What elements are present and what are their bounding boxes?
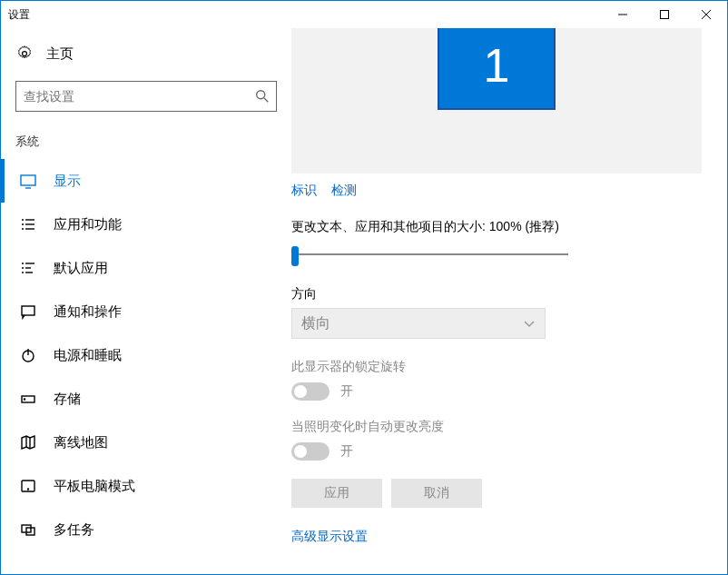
list-icon — [19, 215, 37, 233]
sidebar-item-label: 应用和功能 — [54, 216, 122, 233]
minimize-button[interactable] — [602, 1, 644, 28]
sidebar-item-multitask[interactable]: 多任务 — [1, 508, 291, 551]
svg-rect-7 — [21, 175, 35, 185]
search-box[interactable] — [15, 81, 277, 112]
home-label: 主页 — [46, 45, 74, 63]
sidebar-item-label: 默认应用 — [54, 260, 108, 277]
sidebar-item-label: 离线地图 — [54, 434, 108, 451]
main-content: 1 标识 检测 更改文本、应用和其他项目的大小: 100% (推荐) 方向 横向… — [291, 28, 727, 574]
defaults-icon — [19, 259, 37, 277]
cancel-button[interactable]: 取消 — [391, 479, 482, 508]
sidebar-item-maps[interactable]: 离线地图 — [1, 421, 291, 464]
sidebar-nav: 显示 应用和功能 默认应用 通知和操作 电源和睡眠 存储 — [1, 159, 291, 551]
slider-track — [291, 253, 568, 255]
storage-icon — [19, 390, 37, 408]
sidebar-item-label: 多任务 — [54, 521, 94, 539]
monitor-preview-area: 1 — [291, 28, 702, 173]
home-button[interactable]: 主页 — [1, 37, 291, 75]
lock-rotation-toggle[interactable] — [291, 382, 330, 401]
orientation-value: 横向 — [301, 314, 330, 333]
svg-point-29 — [28, 489, 29, 490]
chat-icon — [19, 302, 37, 321]
lock-rotation-state: 开 — [340, 383, 353, 400]
svg-point-4 — [23, 52, 27, 56]
sidebar-item-storage[interactable]: 存储 — [1, 377, 291, 421]
window-controls — [602, 1, 727, 28]
orientation-dropdown[interactable]: 横向 — [291, 308, 546, 339]
monitor-1[interactable]: 1 — [438, 28, 556, 110]
multitask-icon — [19, 520, 37, 539]
svg-point-25 — [24, 399, 25, 400]
window-title: 设置 — [8, 7, 30, 23]
chevron-down-icon — [523, 317, 536, 330]
search-input[interactable] — [24, 89, 254, 104]
sidebar-item-label: 电源和睡眠 — [54, 347, 122, 364]
sidebar-item-label: 显示 — [54, 173, 81, 190]
sidebar-item-label: 通知和操作 — [54, 303, 122, 321]
tablet-icon — [19, 477, 37, 495]
auto-brightness-state: 开 — [340, 443, 353, 460]
detect-link[interactable]: 检测 — [331, 183, 357, 199]
map-icon — [19, 433, 37, 451]
auto-brightness-label: 当照明变化时自动更改亮度 — [291, 419, 702, 435]
maximize-button[interactable] — [644, 1, 685, 28]
lock-rotation-label: 此显示器的锁定旋转 — [291, 359, 702, 375]
titlebar: 设置 — [1, 1, 727, 28]
monitor-number: 1 — [484, 38, 510, 93]
orientation-title: 方向 — [291, 286, 702, 302]
auto-brightness-toggle[interactable] — [291, 442, 330, 461]
search-icon — [254, 88, 271, 104]
scale-slider[interactable] — [291, 244, 568, 266]
svg-rect-21 — [22, 306, 34, 315]
advanced-link[interactable]: 高级显示设置 — [291, 529, 368, 543]
identify-link[interactable]: 标识 — [291, 183, 317, 199]
close-button[interactable] — [685, 1, 727, 28]
sidebar-item-display[interactable]: 显示 — [1, 159, 291, 203]
svg-point-5 — [257, 91, 265, 99]
sidebar-item-apps[interactable]: 应用和功能 — [1, 203, 291, 246]
scale-label: 更改文本、应用和其他项目的大小: 100% (推荐) — [291, 219, 702, 235]
sidebar-item-notifications[interactable]: 通知和操作 — [1, 290, 291, 333]
sidebar: 主页 系统 显示 应用和功能 默认应用 通知和操作 — [1, 28, 291, 574]
sidebar-section-label: 系统 — [1, 128, 291, 159]
gear-icon — [15, 45, 34, 63]
power-icon — [19, 346, 37, 364]
sidebar-item-tablet[interactable]: 平板电脑模式 — [1, 464, 291, 508]
apply-button[interactable]: 应用 — [291, 479, 382, 508]
sidebar-item-label: 平板电脑模式 — [54, 478, 135, 495]
monitor-icon — [19, 172, 37, 190]
sidebar-item-label: 存储 — [54, 391, 81, 408]
slider-thumb[interactable] — [291, 246, 299, 266]
sidebar-item-power[interactable]: 电源和睡眠 — [1, 333, 291, 377]
svg-rect-1 — [661, 11, 669, 19]
svg-line-6 — [264, 98, 269, 103]
sidebar-item-default-apps[interactable]: 默认应用 — [1, 246, 291, 290]
